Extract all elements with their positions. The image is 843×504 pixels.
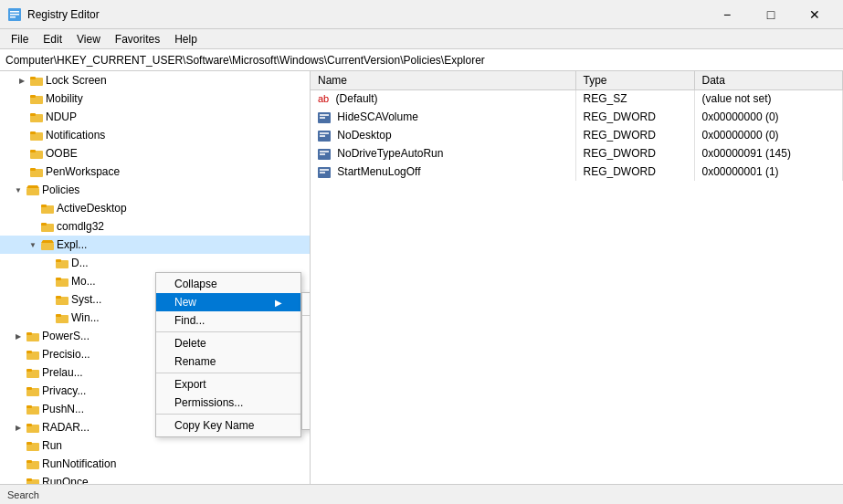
menu-help[interactable]: Help bbox=[167, 31, 205, 47]
maximize-button[interactable]: □ bbox=[750, 0, 792, 29]
sub-multi-string[interactable]: Multi-String Value bbox=[302, 391, 311, 409]
reg-type: REG_DWORD bbox=[575, 163, 694, 181]
reg-type: REG_DWORD bbox=[575, 108, 694, 126]
table-row[interactable]: StartMenuLogOff REG_DWORD 0x00000001 (1) bbox=[311, 163, 843, 181]
folder-icon bbox=[40, 219, 55, 234]
menu-view[interactable]: View bbox=[69, 31, 108, 47]
ctx-export[interactable]: Export bbox=[156, 375, 300, 394]
reg-type: REG_SZ bbox=[575, 89, 694, 108]
folder-icon bbox=[40, 201, 55, 215]
reg-value-icon bbox=[318, 131, 331, 142]
app-icon bbox=[7, 7, 22, 22]
table-row[interactable]: ab (Default) REG_SZ (value not set) bbox=[311, 89, 843, 108]
table-row[interactable]: NoDriveTypeAutoRun REG_DWORD 0x00000091 … bbox=[311, 144, 843, 163]
status-text: Search bbox=[7, 489, 39, 500]
svg-rect-41 bbox=[26, 405, 32, 408]
sub-dword-value[interactable]: DWORD (32-bit) Value bbox=[302, 354, 311, 373]
tree-arrow bbox=[13, 458, 24, 469]
tree-item-activedesktop[interactable]: ActiveDesktop bbox=[0, 199, 310, 217]
table-row[interactable]: HideSCAVolume REG_DWORD 0x00000000 (0) bbox=[311, 108, 843, 126]
svg-rect-5 bbox=[30, 77, 36, 79]
tree-label: Mo... bbox=[71, 275, 96, 288]
tree-arrow bbox=[42, 276, 53, 287]
ctx-delete[interactable]: Delete bbox=[156, 334, 300, 352]
sub-binary-value[interactable]: Binary Value bbox=[302, 336, 311, 354]
tree-item-lock-screen[interactable]: ▶ Lock Screen bbox=[0, 71, 310, 89]
col-data: Data bbox=[694, 71, 843, 89]
tree-arrow bbox=[42, 312, 53, 323]
reg-data: 0x00000091 (145) bbox=[694, 144, 843, 163]
tree-label: comdlg32 bbox=[57, 220, 104, 233]
svg-rect-19 bbox=[41, 205, 47, 207]
reg-data: 0x00000000 (0) bbox=[694, 126, 843, 144]
tree-label: RunOnce bbox=[42, 476, 89, 484]
folder-icon bbox=[29, 110, 44, 124]
title-bar: Registry Editor − □ ✕ bbox=[0, 0, 843, 29]
reg-name: ab (Default) bbox=[311, 89, 575, 108]
reg-name: NoDesktop bbox=[311, 126, 575, 144]
table-row[interactable]: NoDesktop REG_DWORD 0x00000000 (0) bbox=[311, 126, 843, 144]
tree-arrow: ▶ bbox=[16, 75, 27, 86]
sub-expandable-string[interactable]: Expandable String Value bbox=[302, 409, 311, 427]
tree-item-runonce[interactable]: RunOnce bbox=[0, 473, 310, 484]
tree-label: PushN... bbox=[42, 403, 84, 415]
menu-edit[interactable]: Edit bbox=[36, 31, 69, 47]
reg-name: NoDriveTypeAutoRun bbox=[311, 144, 575, 163]
tree-label: RADAR... bbox=[42, 421, 90, 434]
sub-key[interactable]: Key bbox=[302, 295, 311, 313]
tree-item-ndup[interactable]: NDUP bbox=[0, 108, 310, 126]
tree-item-policies[interactable]: ▼ Policies bbox=[0, 181, 310, 199]
submenu-arrow-icon: ▶ bbox=[275, 298, 282, 308]
tree-label: Precisio... bbox=[42, 348, 90, 361]
ctx-find[interactable]: Find... bbox=[156, 311, 300, 330]
tree-label: PenWorkspace bbox=[46, 165, 120, 178]
tree-arrow bbox=[13, 477, 24, 484]
tree-item-comdlg32[interactable]: comdlg32 bbox=[0, 217, 310, 236]
ctx-collapse[interactable]: Collapse bbox=[156, 275, 300, 293]
folder-icon bbox=[55, 274, 69, 289]
reg-name: HideSCAVolume bbox=[311, 108, 575, 126]
folder-icon bbox=[26, 457, 40, 471]
ctx-copy-key-name[interactable]: Copy Key Name bbox=[156, 416, 300, 435]
ctx-separator-3 bbox=[156, 414, 300, 415]
folder-icon bbox=[26, 475, 40, 484]
tree-item-d[interactable]: D... bbox=[0, 254, 310, 272]
tree-label: Lock Screen bbox=[46, 74, 107, 87]
svg-rect-64 bbox=[320, 153, 325, 155]
menu-favorites[interactable]: Favorites bbox=[108, 31, 167, 47]
svg-rect-49 bbox=[26, 478, 32, 481]
reg-value-icon bbox=[318, 112, 331, 123]
ctx-rename[interactable]: Rename bbox=[156, 352, 300, 371]
tree-item-penworkspace[interactable]: PenWorkspace bbox=[0, 163, 310, 181]
svg-rect-35 bbox=[26, 351, 32, 353]
sub-qword-value[interactable]: QWORD (64-bit) Value bbox=[302, 373, 311, 391]
tree-arrow: ▶ bbox=[13, 422, 24, 433]
status-bar: Search bbox=[0, 484, 843, 504]
tree-label: Notifications bbox=[46, 129, 105, 142]
window-title: Registry Editor bbox=[27, 8, 706, 21]
svg-rect-60 bbox=[320, 132, 329, 134]
tree-item-run[interactable]: Run bbox=[0, 436, 310, 455]
tree-item-explorer[interactable]: ▼ Expl... bbox=[0, 236, 310, 254]
ctx-new[interactable]: New ▶ bbox=[156, 293, 300, 311]
ctx-separator-2 bbox=[156, 373, 300, 373]
tree-arrow: ▼ bbox=[27, 239, 38, 250]
ctx-label: Rename bbox=[174, 355, 216, 368]
close-button[interactable]: ✕ bbox=[794, 0, 836, 29]
ctx-permissions[interactable]: Permissions... bbox=[156, 394, 300, 412]
main-area: ▶ Lock Screen Mobility NDUP No bbox=[0, 71, 843, 484]
tree-item-notifications[interactable]: Notifications bbox=[0, 126, 310, 144]
folder-icon bbox=[55, 310, 69, 325]
minimize-button[interactable]: − bbox=[706, 0, 748, 29]
folder-icon bbox=[26, 365, 40, 380]
svg-rect-43 bbox=[26, 424, 32, 426]
svg-rect-61 bbox=[320, 135, 325, 137]
folder-icon bbox=[29, 146, 44, 161]
menu-file[interactable]: File bbox=[4, 31, 36, 47]
tree-item-oobe[interactable]: OOBE bbox=[0, 144, 310, 163]
tree-item-mobility[interactable]: Mobility bbox=[0, 89, 310, 108]
svg-rect-3 bbox=[10, 16, 16, 18]
reg-data: 0x00000001 (1) bbox=[694, 163, 843, 181]
tree-item-runnotification[interactable]: RunNotification bbox=[0, 455, 310, 473]
sub-string-value[interactable]: String Value bbox=[302, 318, 311, 336]
